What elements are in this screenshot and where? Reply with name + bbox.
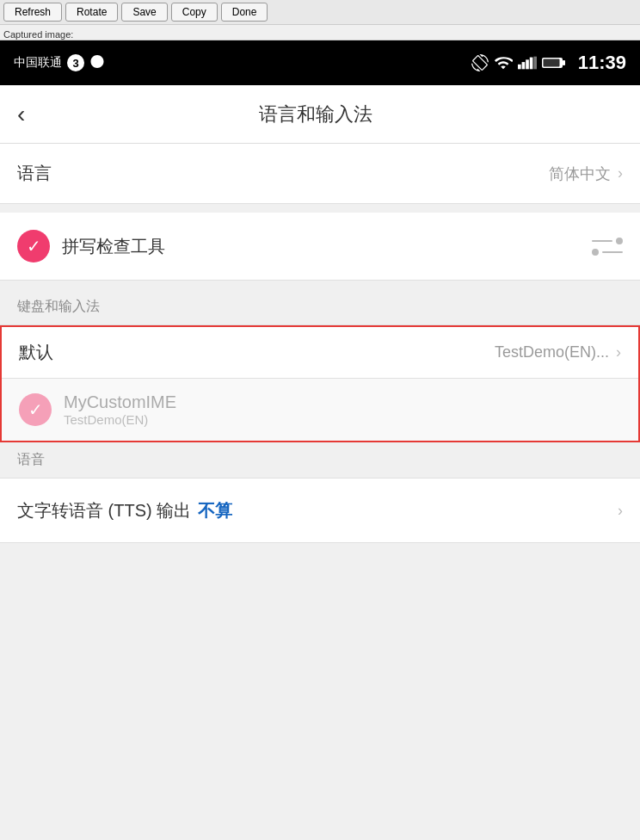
carrier-label: 中国联通 [14,55,62,71]
spacer-1 [0,204,640,213]
mycustom-check-icon: ✓ [19,393,52,426]
battery-icon [542,56,566,70]
language-value: 简体中文 [549,164,611,184]
copy-button[interactable]: Copy [171,3,218,22]
content-area: 语言 简体中文 › ✓ 拼写检查工具 [0,144,640,840]
language-row[interactable]: 语言 简体中文 › [0,144,640,204]
save-button[interactable]: Save [121,3,167,22]
status-bar: 中国联通 3 [0,40,640,85]
nav-header: ‹ 语言和输入法 [0,85,640,144]
back-button[interactable]: ‹ [17,101,25,128]
language-chevron: › [618,164,623,182]
default-ime-row[interactable]: 默认 TestDemo(EN)... › [2,327,638,379]
keyboard-section-content: 默认 TestDemo(EN)... › ✓ MyCustomIME TestD… [0,325,640,442]
default-label: 默认 [19,341,53,364]
tts-label: 文字转语音 (TTS) 输出 [17,499,191,522]
signal-icon [518,56,537,70]
keyboard-section-label: 键盘和输入法 [17,299,100,313]
mycustom-info: MyCustomIME TestDemo(EN) [64,392,176,427]
status-time: 11:39 [578,52,626,74]
svg-rect-4 [533,57,537,70]
rotate-icon [471,54,489,71]
toolbar: Refresh Rotate Save Copy Done [0,0,640,25]
tts-row[interactable]: 文字转语音 (TTS) 输出 不算 › [0,479,640,543]
status-bar-right: 11:39 [471,52,626,74]
voice-section-label: 语音 [17,452,45,466]
slider-settings-icon[interactable] [595,238,623,256]
tts-highlight: 不算 [198,499,232,522]
rotate-button[interactable]: Rotate [65,3,118,22]
voice-section-header: 语音 [0,442,640,479]
phone-screen: 中国联通 3 [0,40,640,840]
usb-icon [89,55,105,71]
language-value-container: 简体中文 › [549,164,623,184]
status-bar-left: 中国联通 3 [14,54,471,71]
wifi-icon [494,53,513,72]
svg-rect-8 [563,60,565,65]
mycustom-name: MyCustomIME [64,392,176,412]
done-button[interactable]: Done [221,3,268,22]
captured-label: Captured image: [0,25,640,40]
svg-rect-1 [521,62,525,69]
mycustom-sub: TestDemo(EN) [64,412,176,427]
refresh-button[interactable]: Refresh [3,3,62,22]
spacer-2 [0,281,640,289]
language-label: 语言 [17,162,52,185]
tts-chevron: › [618,502,623,520]
default-value-container: TestDemo(EN)... › [495,343,621,361]
default-value: TestDemo(EN)... [495,343,609,361]
spellcheck-label: 拼写检查工具 [62,235,165,258]
mycustom-ime-row[interactable]: ✓ MyCustomIME TestDemo(EN) [2,379,638,441]
keyboard-section-header: 键盘和输入法 [0,289,640,325]
carrier-badge: 3 [67,54,84,71]
spellcheck-check-icon: ✓ [17,230,50,262]
page-title: 语言和输入法 [42,102,588,127]
default-chevron: › [616,343,621,361]
svg-rect-2 [526,59,529,69]
svg-rect-7 [543,59,559,67]
spellcheck-row[interactable]: ✓ 拼写检查工具 [0,213,640,281]
svg-rect-0 [518,65,521,70]
svg-rect-3 [529,58,532,70]
